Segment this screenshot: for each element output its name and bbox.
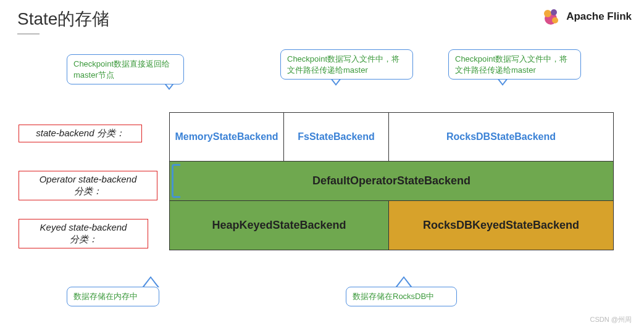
label-keyed-backend-category: Keyed state-backend 分类： [19, 219, 148, 248]
cell-rocksdb-state-backend: RocksDBStateBackend [389, 113, 613, 161]
watermark-credit: CSDN @州周 [590, 315, 632, 324]
svg-point-1 [544, 10, 551, 17]
flink-squirrel-icon [540, 6, 561, 27]
cell-heap-keyed-state-backend: HeapKeyedStateBackend [170, 201, 389, 250]
page-title: State的存储 [17, 7, 109, 31]
state-storage-diagram: MemoryStateBackend FsStateBackend RocksD… [169, 112, 614, 250]
cell-default-operator-state-backend: DefaultOperatorStateBackend [312, 174, 470, 187]
bracket-icon [172, 164, 180, 198]
label-line: Operator state-backend [40, 174, 137, 184]
cell-fs-state-backend: FsStateBackend [284, 113, 389, 161]
callout-rocks-checkpoint: Checkpoint数据写入文件中，将文件路径传递给master [448, 49, 581, 80]
callout-tail-icon [395, 276, 412, 287]
callout-fs-checkpoint: Checkpoint数据写入文件中，将文件路径传递给master [280, 49, 413, 80]
label-line: Keyed state-backend [40, 222, 127, 232]
callout-rocksdb-storage: 数据存储在RocksDB中 [346, 287, 457, 306]
row-state-backend-types: MemoryStateBackend FsStateBackend RocksD… [170, 113, 613, 161]
label-line: 分类： [74, 186, 102, 196]
label-state-backend-category: state-backend 分类： [19, 125, 142, 142]
label-line: 分类： [70, 234, 98, 244]
title-underline [17, 33, 40, 35]
brand-text: Apache Flink [566, 10, 632, 23]
row-operator-state-backend: DefaultOperatorStateBackend [170, 161, 613, 200]
callout-tail-icon [142, 276, 159, 287]
callout-memory-storage: 数据存储在内存中 [67, 287, 159, 306]
svg-point-2 [551, 9, 557, 15]
cell-rocksdb-keyed-state-backend: RocksDBKeyedStateBackend [389, 201, 613, 250]
label-operator-backend-category: Operator state-backend 分类： [19, 171, 157, 200]
svg-point-3 [552, 17, 558, 23]
row-keyed-state-backend: HeapKeyedStateBackend RocksDBKeyedStateB… [170, 200, 613, 250]
callout-memory-checkpoint: Checkpoint数据直接返回给master节点 [67, 54, 184, 84]
cell-memory-state-backend: MemoryStateBackend [170, 113, 284, 161]
brand: Apache Flink [540, 6, 632, 27]
